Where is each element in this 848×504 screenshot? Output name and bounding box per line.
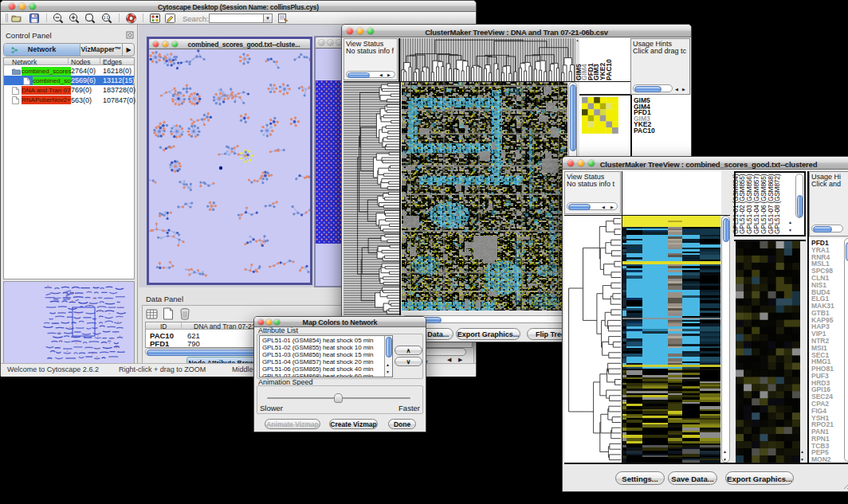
svg-text:1:1: 1:1 (104, 15, 109, 20)
